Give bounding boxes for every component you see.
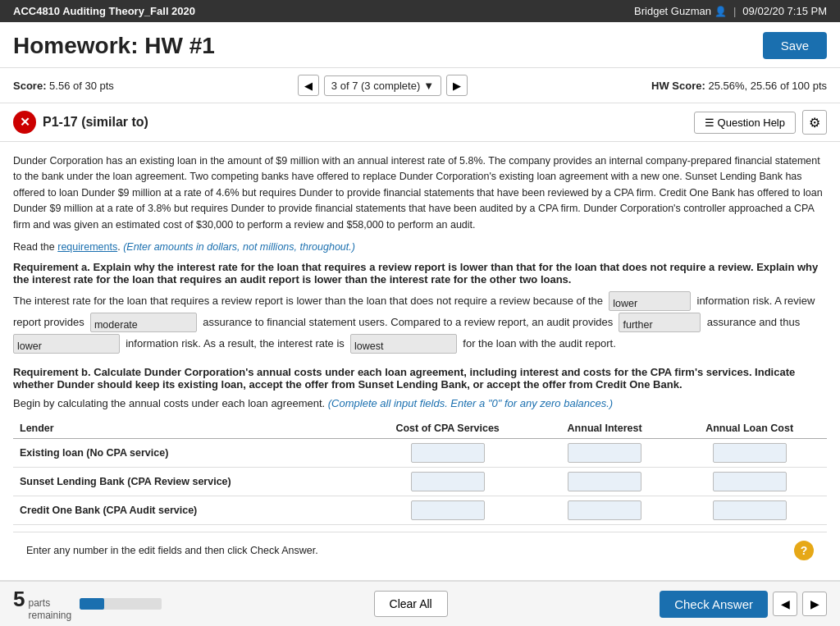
- annual-cost-cell: [672, 496, 827, 525]
- interest-input[interactable]: [568, 472, 641, 491]
- cpa-input[interactable]: [411, 472, 485, 491]
- dropdown-arrow-icon: ▼: [423, 80, 434, 92]
- annual-cost-input[interactable]: [713, 443, 787, 463]
- user-icon: 👤: [714, 6, 727, 17]
- gear-icon: ⚙: [809, 115, 820, 130]
- lender-name: Credit One Bank (CPA Audit service): [13, 496, 358, 525]
- user-name: Bridget Guzman 👤: [634, 5, 727, 17]
- hw-score-value: 25.56%, 25.56 of 100 pts: [708, 80, 827, 92]
- settings-button[interactable]: ⚙: [802, 110, 827, 135]
- main-content: Dunder Corporation has an existing loan …: [0, 142, 840, 580]
- interest-input[interactable]: [568, 500, 641, 520]
- question-actions: ☰ Question Help ⚙: [694, 110, 827, 135]
- interest-cell: [537, 496, 672, 525]
- datetime: 09/02/20 7:15 PM: [742, 5, 827, 17]
- page-title: Homework: HW #1: [13, 33, 215, 59]
- cpa-cell: [358, 496, 537, 525]
- problem-text: Dunder Corporation has an existing loan …: [13, 153, 827, 233]
- top-bar-right: Bridget Guzman 👤 | 09/02/20 7:15 PM: [634, 5, 827, 17]
- blank1-field[interactable]: lower: [609, 291, 691, 311]
- cost-table: Lender Cost of CPA Services Annual Inter…: [13, 418, 827, 525]
- annual-cost-input[interactable]: [713, 472, 787, 491]
- annual-cost-cell: [672, 468, 827, 496]
- table-row: Existing loan (No CPA service): [13, 439, 827, 468]
- question-nav-dropdown[interactable]: 3 of 7 (3 complete) ▼: [324, 75, 441, 96]
- requirements-line: Read the requirements. (Enter amounts in…: [13, 241, 827, 253]
- lender-name: Sunset Lending Bank (CPA Review service): [13, 468, 358, 496]
- lender-name: Existing loan (No CPA service): [13, 439, 358, 468]
- requirement-a: Requirement a. Explain why the interest …: [13, 261, 827, 354]
- cpa-input[interactable]: [411, 443, 485, 463]
- annual-cost-input[interactable]: [713, 500, 787, 520]
- cpa-cell: [358, 439, 537, 468]
- hint-icon[interactable]: ?: [794, 541, 814, 560]
- cpa-cell: [358, 468, 537, 496]
- header: Homework: HW #1 Save: [0, 22, 840, 68]
- cpa-input[interactable]: [411, 500, 485, 520]
- blank5-field[interactable]: lowest: [350, 334, 457, 354]
- divider: |: [733, 5, 736, 17]
- col-annual-header: Annual Loan Cost: [672, 418, 827, 439]
- score-display: Score: 5.56 of 30 pts: [13, 80, 114, 92]
- interest-input[interactable]: [568, 443, 641, 463]
- question-help-button[interactable]: ☰ Question Help: [694, 112, 796, 134]
- req-b-heading: Requirement b. Calculate Dunder Corporat…: [13, 366, 827, 391]
- save-button[interactable]: Save: [763, 32, 827, 59]
- list-icon: ☰: [705, 117, 714, 129]
- hw-score-display: HW Score: 25.56%, 25.56 of 100 pts: [651, 80, 827, 92]
- bottom-hint: Enter any number in the edit fields and …: [13, 532, 827, 569]
- blank3-field[interactable]: further: [619, 313, 701, 332]
- fill-line-1: The interest rate for the loan that requ…: [13, 290, 827, 354]
- question-id: ✕ P1-17 (similar to): [13, 111, 148, 134]
- interest-cell: [537, 468, 672, 496]
- hint-text: Enter any number in the edit fields and …: [26, 545, 318, 556]
- question-label: P1-17 (similar to): [43, 115, 148, 130]
- col-cpa-header: Cost of CPA Services: [358, 418, 537, 439]
- top-bar: ACC4810 Auditing Theory_Fall 2020 Bridge…: [0, 0, 840, 22]
- score-value: 5.56 of 30 pts: [49, 80, 114, 92]
- question-status-icon: ✕: [13, 111, 36, 134]
- col-lender-header: Lender: [13, 418, 358, 439]
- score-bar: Score: 5.56 of 30 pts ◀ 3 of 7 (3 comple…: [0, 68, 840, 103]
- annual-cost-cell: [672, 439, 827, 468]
- req-b-intro: Begin by calculating the annual costs un…: [13, 395, 827, 412]
- course-title: ACC4810 Auditing Theory_Fall 2020: [13, 5, 195, 17]
- table-row: Sunset Lending Bank (CPA Review service): [13, 468, 827, 496]
- interest-cell: [537, 439, 672, 468]
- req-a-heading: Requirement a. Explain why the interest …: [13, 261, 827, 286]
- question-bar: ✕ P1-17 (similar to) ☰ Question Help ⚙: [0, 103, 840, 142]
- blank4-field[interactable]: lower: [13, 334, 120, 354]
- requirements-link[interactable]: requirements: [57, 241, 117, 253]
- requirements-note: (Enter amounts in dollars, not millions,…: [123, 241, 355, 253]
- prev-question-button[interactable]: ◀: [298, 75, 319, 96]
- next-question-button[interactable]: ▶: [446, 75, 468, 96]
- table-row: Credit One Bank (CPA Audit service): [13, 496, 827, 525]
- blank2-field[interactable]: moderate: [90, 313, 197, 332]
- nav-controls: ◀ 3 of 7 (3 complete) ▼ ▶: [298, 75, 468, 96]
- col-interest-header: Annual Interest: [537, 418, 672, 439]
- requirement-b: Requirement b. Calculate Dunder Corporat…: [13, 366, 827, 525]
- complete-note: (Complete all input fields. Enter a "0" …: [328, 397, 613, 409]
